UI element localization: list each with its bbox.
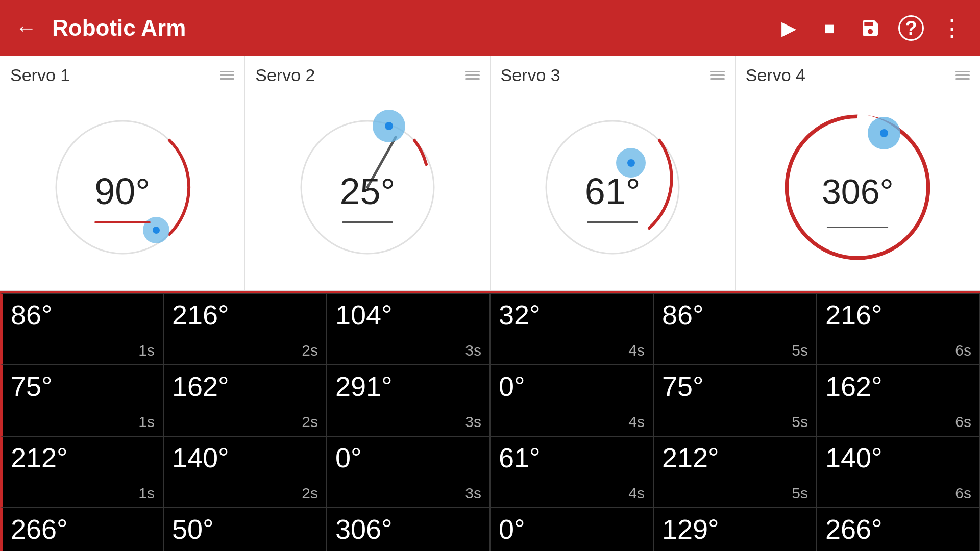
table-cell-r3-c0[interactable]: 266°1s xyxy=(0,508,163,551)
servo-4-underline xyxy=(827,227,888,228)
servo-2-value: 25° xyxy=(339,170,395,212)
cell-value-r1-c2: 291° xyxy=(335,371,481,402)
cell-value-r0-c1: 216° xyxy=(172,300,318,330)
table-cell-r0-c3[interactable]: 32°4s xyxy=(490,293,653,365)
cell-time-r2-c5: 6s xyxy=(955,485,971,502)
cell-value-r3-c4: 129° xyxy=(662,514,808,544)
table-cell-r3-c4[interactable]: 129°5s xyxy=(653,508,817,551)
cell-value-r1-c3: 0° xyxy=(499,371,645,402)
servo-header-3: Servo 3 xyxy=(501,65,725,85)
table-cell-r1-c4[interactable]: 75°5s xyxy=(653,365,817,436)
cell-time-r0-c3: 4s xyxy=(628,342,645,359)
cell-value-r0-c0: 86° xyxy=(11,300,155,330)
play-button[interactable]: ▶ xyxy=(776,15,801,41)
cell-value-r3-c1: 50° xyxy=(172,514,318,544)
help-button[interactable]: ? xyxy=(898,15,924,41)
cell-value-r0-c2: 104° xyxy=(335,300,481,330)
cell-value-r2-c2: 0° xyxy=(335,443,481,473)
table-cell-r1-c0[interactable]: 75°1s xyxy=(0,365,163,436)
servo-3-value: 61° xyxy=(585,170,641,212)
back-button[interactable]: ← xyxy=(15,17,37,39)
table-cell-r2-c5[interactable]: 140°6s xyxy=(817,436,980,508)
table-cell-r1-c2[interactable]: 291°3s xyxy=(327,365,490,436)
servo-header-1: Servo 1 xyxy=(10,65,234,85)
cell-value-r0-c3: 32° xyxy=(499,300,645,330)
more-button[interactable]: ⋮ xyxy=(939,15,965,41)
table-cell-r0-c0[interactable]: 86°1s xyxy=(0,293,163,365)
cell-time-r1-c0: 1s xyxy=(138,413,155,431)
servo-1-dial[interactable]: 90° xyxy=(46,111,199,264)
stop-button[interactable]: ■ xyxy=(817,15,842,41)
app-header: ← Robotic Arm ▶ ■ ? ⋮ xyxy=(0,0,980,56)
servo-panel-1: Servo 1 90° xyxy=(0,56,245,290)
cell-value-r1-c0: 75° xyxy=(11,371,155,402)
cell-time-r0-c1: 2s xyxy=(302,342,318,359)
servo-panel-4: Servo 4 306° xyxy=(736,56,980,290)
servo-4-value: 306° xyxy=(822,171,894,211)
cell-value-r1-c5: 162° xyxy=(825,371,971,402)
table-cell-r3-c1[interactable]: 50°2s xyxy=(163,508,327,551)
cell-value-r2-c0: 212° xyxy=(11,443,155,473)
servo-3-dial[interactable]: 61° xyxy=(536,111,689,264)
cell-time-r2-c4: 5s xyxy=(792,485,808,502)
table-cell-r1-c5[interactable]: 162°6s xyxy=(817,365,980,436)
table-cell-r2-c0[interactable]: 212°1s xyxy=(0,436,163,508)
servo-1-menu[interactable] xyxy=(220,71,234,80)
table-cell-r0-c1[interactable]: 216°2s xyxy=(163,293,327,365)
cell-time-r1-c2: 3s xyxy=(465,413,481,431)
servo-3-menu[interactable] xyxy=(710,71,725,80)
servo-3-label: Servo 3 xyxy=(501,65,560,85)
table-cell-r0-c2[interactable]: 104°3s xyxy=(327,293,490,365)
servo-1-label: Servo 1 xyxy=(10,65,70,85)
cell-time-r0-c4: 5s xyxy=(792,342,808,359)
cell-value-r3-c5: 266° xyxy=(825,514,971,544)
servo-3-underline xyxy=(587,221,638,223)
servo-4-dial[interactable]: 306° xyxy=(776,106,939,269)
save-button[interactable] xyxy=(857,15,883,41)
cell-time-r2-c3: 4s xyxy=(628,485,645,502)
cell-time-r1-c3: 4s xyxy=(628,413,645,431)
cell-value-r2-c4: 212° xyxy=(662,443,808,473)
servo-panel-2: Servo 2 25° xyxy=(245,56,490,290)
table-cell-r0-c4[interactable]: 86°5s xyxy=(653,293,817,365)
help-icon: ? xyxy=(905,17,917,39)
cell-time-r2-c1: 2s xyxy=(302,485,318,502)
table-cell-r1-c3[interactable]: 0°4s xyxy=(490,365,653,436)
cell-time-r1-c5: 6s xyxy=(955,413,971,431)
servo-1-value: 90° xyxy=(94,170,150,212)
table-cell-r2-c2[interactable]: 0°3s xyxy=(327,436,490,508)
cell-value-r2-c1: 140° xyxy=(172,443,318,473)
more-icon: ⋮ xyxy=(940,19,964,38)
servo-4-menu[interactable] xyxy=(955,71,970,80)
table-cell-r0-c5[interactable]: 216°6s xyxy=(817,293,980,365)
servo-panel-3: Servo 3 61° xyxy=(491,56,736,290)
servo-section: Servo 1 90° xyxy=(0,56,980,291)
servo-2-menu[interactable] xyxy=(465,71,480,80)
sequence-table: 86°1s216°2s104°3s32°4s86°5s216°6s75°1s16… xyxy=(0,291,980,551)
cell-value-r3-c0: 266° xyxy=(11,514,155,544)
servo-1-dial-container: 90° xyxy=(10,89,234,285)
toolbar: ▶ ■ ? ⋮ xyxy=(776,15,965,41)
cell-value-r1-c1: 162° xyxy=(172,371,318,402)
cell-time-r0-c5: 6s xyxy=(955,342,971,359)
stop-icon: ■ xyxy=(824,18,835,38)
table-cell-r2-c4[interactable]: 212°5s xyxy=(653,436,817,508)
table-cell-r2-c3[interactable]: 61°4s xyxy=(490,436,653,508)
table-cell-r2-c1[interactable]: 140°2s xyxy=(163,436,327,508)
table-cell-r3-c3[interactable]: 0°4s xyxy=(490,508,653,551)
table-cell-r3-c5[interactable]: 266°6s xyxy=(817,508,980,551)
table-cell-r3-c2[interactable]: 306°3s xyxy=(327,508,490,551)
servo-2-underline xyxy=(342,221,393,223)
cell-time-r1-c1: 2s xyxy=(302,413,318,431)
cell-value-r2-c3: 61° xyxy=(499,443,645,473)
servo-2-dial[interactable]: 25° xyxy=(291,111,444,264)
cell-time-r2-c2: 3s xyxy=(465,485,481,502)
play-icon: ▶ xyxy=(781,17,796,39)
servo-header-2: Servo 2 xyxy=(255,65,479,85)
cell-value-r1-c4: 75° xyxy=(662,371,808,402)
cell-time-r0-c0: 1s xyxy=(138,342,155,359)
servo-2-label: Servo 2 xyxy=(255,65,315,85)
table-cell-r1-c1[interactable]: 162°2s xyxy=(163,365,327,436)
cell-time-r1-c4: 5s xyxy=(792,413,808,431)
cell-value-r3-c2: 306° xyxy=(335,514,481,544)
